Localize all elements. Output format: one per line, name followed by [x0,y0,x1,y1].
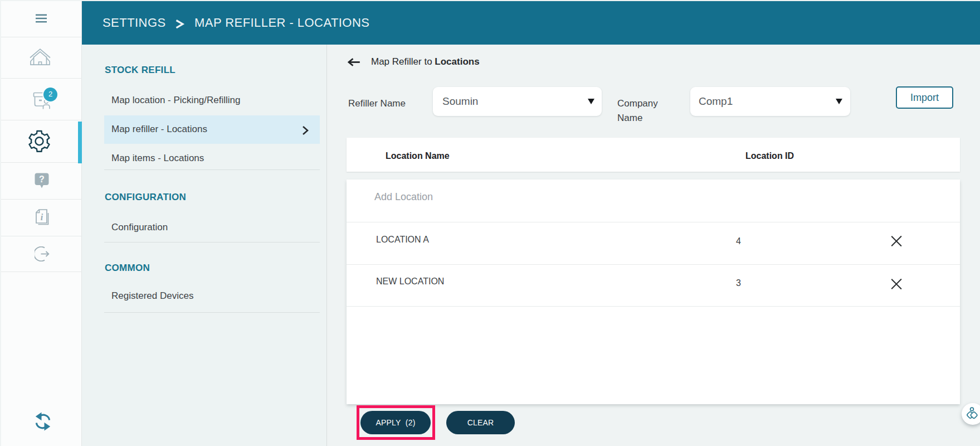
svg-text:i: i [41,212,43,222]
svg-text:?: ? [39,174,45,184]
